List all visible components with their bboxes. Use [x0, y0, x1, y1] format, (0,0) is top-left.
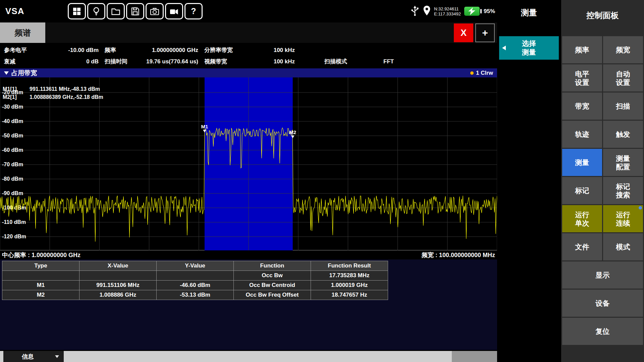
rbw-label: 分辨率带宽	[204, 46, 255, 55]
rbw-value[interactable]: 100 kHz	[257, 46, 295, 55]
help-icon[interactable]: ?	[184, 3, 203, 19]
control-panel: 控制面板 频率频宽电平设置自动设置带宽扫描轨迹触发测量测量配置标记标记搜索运行单…	[561, 0, 644, 362]
control-button-measure[interactable]: 测量	[562, 149, 602, 176]
control-button-frequency[interactable]: 频率	[562, 36, 602, 63]
results-area: TypeX-ValueY-ValueFunctionFunction Resul…	[0, 259, 497, 350]
chart-header-bar: 占用带宽 1 Clrw	[0, 68, 497, 77]
control-button-trigger[interactable]: 触发	[603, 121, 643, 148]
top-bar-status: N:32.924611 E:117.333492 95%	[410, 0, 495, 22]
status-bar-segment	[452, 351, 497, 362]
control-button-file[interactable]: 文件	[562, 233, 602, 260]
sweep-time-value[interactable]: 19.76 us(770.64 us)	[134, 57, 198, 66]
chevron-left-icon	[502, 46, 506, 50]
table-cell	[2, 271, 79, 281]
control-button-reset[interactable]: 复位	[562, 318, 643, 345]
control-button-sweep[interactable]: 扫描	[603, 93, 643, 120]
app-logo: VSA	[5, 6, 24, 16]
control-button-measure-config[interactable]: 测量配置	[603, 149, 643, 176]
spectrum-plot: -20 dBm-30 dBm-40 dBm-50 dBm-60 dBm-70 d…	[0, 77, 497, 250]
trace-legend[interactable]: 1 Clrw	[476, 70, 493, 76]
control-button-span[interactable]: 频宽	[603, 36, 643, 63]
active-indicator-dot	[639, 206, 642, 209]
control-button-trace[interactable]: 轨迹	[562, 121, 602, 148]
attenuation-label: 衰减	[4, 57, 51, 66]
ref-level-value[interactable]: -10.00 dBm	[50, 46, 99, 55]
svg-text:?: ?	[191, 6, 196, 16]
control-button-display[interactable]: 显示	[562, 261, 643, 289]
control-button-level-setup[interactable]: 电平设置	[562, 64, 602, 92]
table-header-cell: Function	[234, 261, 311, 271]
marker2-readout-name: M2[1]	[3, 94, 17, 100]
control-button-run-continuous[interactable]: 运行连续	[603, 205, 643, 232]
y-tick-label: -30 dBm	[2, 104, 23, 110]
y-tick-label: -50 dBm	[2, 133, 23, 138]
table-cell: Occ Bw	[234, 271, 311, 281]
frequency-value[interactable]: 1.000000000 GHz	[139, 46, 198, 55]
control-button-marker-search[interactable]: 标记搜索	[603, 177, 643, 204]
table-cell: 18.747657 Hz	[311, 290, 388, 300]
table-header-row: TypeX-ValueY-ValueFunctionFunction Resul…	[2, 261, 388, 271]
spectrum-plot-area[interactable]: -20 dBm-30 dBm-40 dBm-50 dBm-60 dBm-70 d…	[0, 77, 497, 250]
trace-color-dot	[470, 71, 474, 75]
y-tick-label: -60 dBm	[2, 147, 23, 153]
control-button-mode[interactable]: 模式	[603, 233, 643, 260]
control-button-marker[interactable]: 标记	[562, 177, 602, 204]
vbw-label: 视频带宽	[204, 57, 255, 66]
collapse-icon[interactable]	[4, 71, 9, 75]
y-tick-label: -80 dBm	[2, 176, 23, 182]
table-cell	[157, 271, 234, 281]
control-button-bandwidth[interactable]: 带宽	[562, 93, 602, 120]
vsa-application: VSA ?	[0, 0, 644, 362]
table-row[interactable]: M1991.151106 MHz-46.60 dBmOcc Bw Centroi…	[2, 281, 388, 290]
save-icon[interactable]	[126, 3, 144, 19]
table-cell: 17.735283 MHz	[311, 271, 388, 281]
control-button-run-single[interactable]: 运行单次	[562, 205, 602, 232]
table-header-cell: Type	[2, 261, 79, 271]
marker-label: M1	[201, 124, 208, 129]
table-row[interactable]: Occ Bw17.735283 MHz	[2, 271, 388, 281]
marker1-readout-value: 991.113611 MHz,-48.13 dBm	[30, 86, 100, 92]
marker2-readout-value: 1.008886389 GHz,-52.18 dBm	[30, 94, 103, 100]
gps-coordinates: N:32.924611 E:117.333492	[434, 6, 461, 16]
screenshot-icon[interactable]	[146, 3, 164, 19]
select-measurement-button[interactable]: 选择 测量	[499, 36, 559, 60]
settings-bar: 参考电平 -10.00 dBm 频率 1.000000000 GHz 分辨率带宽…	[0, 43, 497, 68]
battery-icon	[464, 7, 480, 16]
folder-icon[interactable]	[107, 3, 125, 19]
tab-spectrum[interactable]: 频谱	[0, 22, 45, 43]
table-header-cell: Function Result	[311, 261, 388, 271]
add-tab-button[interactable]: +	[475, 23, 495, 42]
table-header-cell: Y-Value	[157, 261, 234, 271]
battery-percent: 95%	[484, 8, 495, 15]
info-dropdown-label: 信息	[22, 353, 34, 361]
control-button-device[interactable]: 设备	[562, 290, 643, 317]
info-dropdown[interactable]: 信息	[3, 351, 64, 362]
table-cell: 991.151106 MHz	[79, 281, 157, 290]
table-cell	[79, 271, 157, 281]
y-tick-label: -40 dBm	[2, 118, 23, 124]
battery-indicator: 95%	[464, 7, 495, 16]
measure-panel: 测量 选择 测量	[497, 0, 561, 362]
table-row[interactable]: M21.008886 GHz-53.13 dBmOcc Bw Freq Offs…	[2, 290, 388, 300]
windows-icon[interactable]	[68, 3, 86, 19]
measure-panel-title: 测量	[497, 0, 561, 18]
table-cell: 1.000019 GHz	[311, 281, 388, 290]
control-button-auto-setup[interactable]: 自动设置	[603, 64, 643, 92]
close-tab-button[interactable]: X	[454, 23, 473, 42]
top-bar: VSA ?	[0, 0, 497, 22]
table-cell: M1	[2, 281, 79, 290]
center-frequency: 中心频率 : 1.000000000 GHz	[2, 251, 80, 259]
tab-strip: 频谱 X +	[0, 22, 497, 43]
span-readout: 频宽 : 100.000000000 MHz	[422, 251, 495, 259]
marker-label: M2	[289, 129, 296, 135]
table-cell: M2	[2, 290, 79, 300]
results-table: TypeX-ValueY-ValueFunctionFunction Resul…	[2, 261, 388, 300]
vbw-value[interactable]: 100 kHz	[257, 57, 295, 66]
sweep-mode-value[interactable]: FFT	[383, 57, 407, 66]
sweep-time-label: 扫描时间	[105, 57, 138, 66]
attenuation-value[interactable]: 0 dB	[50, 57, 99, 66]
y-tick-label: -120 dBm	[2, 234, 26, 239]
bulb-icon[interactable]	[87, 3, 105, 19]
record-icon[interactable]	[165, 3, 183, 19]
frequency-label: 频率	[105, 46, 138, 55]
